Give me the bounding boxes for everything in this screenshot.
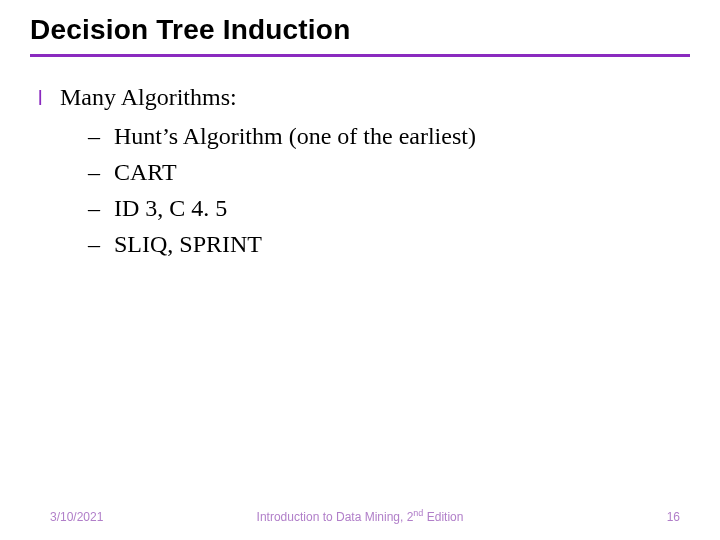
footer-center-sup: nd	[413, 508, 423, 518]
lead-row: l Many Algorithms:	[32, 79, 690, 116]
list-item-text: Hunt’s Algorithm (one of the earliest)	[114, 118, 476, 154]
list-item: – SLIQ, SPRINT	[88, 226, 690, 262]
footer-center: Introduction to Data Mining, 2nd Edition	[0, 508, 720, 524]
dash-icon: –	[88, 226, 102, 262]
footer-date: 3/10/2021	[50, 510, 103, 524]
dash-icon: –	[88, 190, 102, 226]
list-item-text: SLIQ, SPRINT	[114, 226, 262, 262]
footer-center-suffix: Edition	[423, 510, 463, 524]
list-item-text: CART	[114, 154, 177, 190]
page-title: Decision Tree Induction	[30, 14, 690, 46]
list-item-text: ID 3, C 4. 5	[114, 190, 227, 226]
title-divider	[30, 54, 690, 57]
list-item: – Hunt’s Algorithm (one of the earliest)	[88, 118, 690, 154]
content: l Many Algorithms: – Hunt’s Algorithm (o…	[30, 79, 690, 262]
dash-icon: –	[88, 154, 102, 190]
footer-center-prefix: Introduction to Data Mining, 2	[257, 510, 414, 524]
footer-page: 16	[667, 510, 680, 524]
slide: Decision Tree Induction l Many Algorithm…	[0, 0, 720, 540]
bullet-icon: l	[38, 81, 46, 115]
dash-icon: –	[88, 118, 102, 154]
list-item: – CART	[88, 154, 690, 190]
list-item: – ID 3, C 4. 5	[88, 190, 690, 226]
footer: 3/10/2021 Introduction to Data Mining, 2…	[0, 510, 720, 524]
sublist: – Hunt’s Algorithm (one of the earliest)…	[88, 118, 690, 262]
lead-text: Many Algorithms:	[60, 79, 237, 116]
